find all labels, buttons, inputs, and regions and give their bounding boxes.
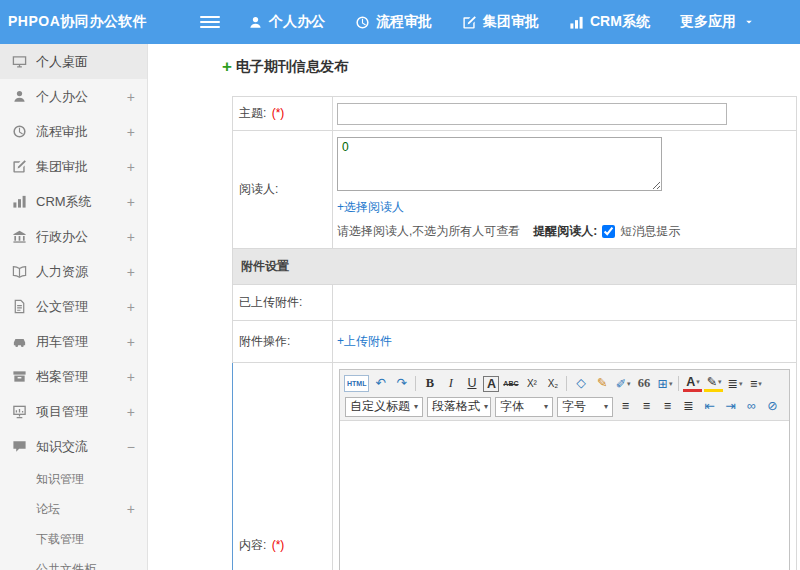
subject-label-cell: 主题: (*) [233,97,333,131]
bar-chart-icon [569,15,584,30]
align-right-button[interactable]: ≡ [658,397,677,416]
rich-text-editor: HTML↶↷BIUAABCX²X₂◇✎✐66⊞A✎≣≡ 自定义标题▾段落格式▾字… [339,369,790,570]
sidebar-item-admin-office[interactable]: 行政办公 + [0,219,147,254]
sidebar-item-personal-office[interactable]: 个人办公 + [0,79,147,114]
select-readers-link[interactable]: +选择阅读人 [337,199,404,216]
attachment-ops-label-cell: 附件操作: [233,321,333,363]
font-color-button[interactable]: A [683,375,702,392]
required-mark: (*) [272,538,285,552]
redo-button[interactable]: ↷ [392,374,411,393]
fill-color-button[interactable]: ✐ [613,374,632,393]
align-justify-button[interactable]: ≣ [679,397,698,416]
expand-icon[interactable]: + [127,299,135,315]
align-left-button[interactable]: ≡ [616,397,635,416]
app: { "topbar": { "brand": "PHPOA协同办公软件", "n… [0,0,800,570]
subscript-button[interactable]: X₂ [543,374,562,393]
sidebar-item-document-management[interactable]: 公文管理 + [0,289,147,324]
sidebar-subitem-label: 公共文件柜 [36,561,135,570]
nav-workflow-approval[interactable]: 流程审批 [355,13,432,31]
uploaded-label-cell: 已上传附件: [233,285,333,321]
sidebar-item-personal-desktop[interactable]: 个人桌面 [0,44,147,79]
sidebar-subitem-label: 下载管理 [36,531,135,548]
link-button[interactable]: ∞ [742,397,761,416]
sidebar-item-crm-system[interactable]: CRM系统 + [0,184,147,219]
font-family-select[interactable]: 字体▾ [495,397,553,417]
readers-textarea[interactable] [337,137,662,191]
sidebar-item-archive-management[interactable]: 档案管理 + [0,359,147,394]
strikethrough-button[interactable]: ABC [501,374,520,393]
expand-icon[interactable]: + [127,194,135,210]
collapse-icon[interactable]: − [127,439,135,455]
undo-button[interactable]: ↶ [371,374,390,393]
insert-table-button[interactable]: ⊞ [655,374,674,393]
sidebar-item-label: 个人桌面 [36,53,135,71]
sidebar-item-project-management[interactable]: 项目管理 + [0,394,147,429]
attachment-section-title: 附件设置 [233,249,797,285]
sidebar-item-label: 个人办公 [36,88,127,106]
expand-icon[interactable]: + [127,89,135,105]
remove-format-button[interactable]: ◇ [571,374,590,393]
sms-remind-label: 短消息提示 [620,223,680,240]
font-style-button[interactable]: A [483,376,499,392]
readers-hint-row: 请选择阅读人,不选为所有人可查看 提醒阅读人: 短消息提示 [337,223,792,240]
upload-attachment-link[interactable]: +上传附件 [337,333,392,350]
expand-icon[interactable]: + [127,159,135,175]
editor-toolbar: HTML↶↷BIUAABCX²X₂◇✎✐66⊞A✎≣≡ 自定义标题▾段落格式▾字… [340,370,789,421]
sms-remind-checkbox[interactable] [602,225,615,238]
app-brand[interactable]: PHPOA协同办公软件 [0,13,200,31]
nav-personal-office[interactable]: 个人办公 [248,13,325,31]
sidebar-item-vehicle-management[interactable]: 用车管理 + [0,324,147,359]
expand-icon[interactable]: + [127,229,135,245]
indent-decrease-button[interactable]: ⇤ [700,397,719,416]
hamburger-menu-icon[interactable] [200,16,220,28]
sidebar-subitem-public-file-cabinet[interactable]: 公共文件柜 [0,554,147,570]
italic-button[interactable]: I [441,374,460,393]
format-painter-button[interactable]: ✎ [592,374,611,393]
indent-increase-button[interactable]: ⇥ [721,397,740,416]
nav-more-apps[interactable]: 更多应用 [680,13,754,31]
caret-down-icon [744,17,754,27]
bold-button[interactable]: B [420,374,439,393]
nav-crm-system[interactable]: CRM系统 [569,13,650,31]
highlight-color-button[interactable]: ✎ [704,375,723,392]
superscript-button[interactable]: X² [522,374,541,393]
expand-icon[interactable]: + [127,264,135,280]
readers-label: 阅读人: [239,182,278,196]
sidebar-subitem-download-management[interactable]: 下载管理 [0,524,147,554]
person-icon [12,89,27,104]
unordered-list-button[interactable]: ≡ [746,374,765,393]
sidebar-subitem-knowledge-management[interactable]: 知识管理 [0,464,147,494]
sidebar-subitem-forum[interactable]: 论坛 + [0,494,147,524]
subject-label: 主题: [239,106,266,120]
blockquote-button[interactable]: 66 [634,374,653,393]
sidebar-item-group-approval[interactable]: 集团审批 + [0,149,147,184]
nav-group-approval[interactable]: 集团审批 [462,13,539,31]
toolbar-separator [415,376,416,391]
sidebar-item-human-resources[interactable]: 人力资源 + [0,254,147,289]
heading-select[interactable]: 自定义标题▾ [345,397,423,417]
subject-input[interactable] [337,103,727,125]
expand-icon[interactable]: + [127,334,135,350]
align-center-button[interactable]: ≡ [637,397,656,416]
content-label: 内容: [239,538,266,552]
expand-icon[interactable]: + [127,369,135,385]
expand-icon[interactable]: + [127,404,135,420]
sidebar-item-knowledge-exchange[interactable]: 知识交流 − [0,429,147,464]
toolbar-separator [678,376,679,391]
paragraph-format-select[interactable]: 段落格式▾ [427,397,491,417]
editor-content-area[interactable] [340,421,789,570]
image-button[interactable]: ▦ [784,397,786,416]
expand-icon[interactable]: + [127,124,135,140]
sidebar-item-label: 用车管理 [36,333,127,351]
expand-icon[interactable]: + [127,501,135,517]
sidebar-item-workflow-approval[interactable]: 流程审批 + [0,114,147,149]
unlink-button[interactable]: ⊘ [763,397,782,416]
underline-button[interactable]: U [462,374,481,393]
content-row: 内容: (*) HTML↶↷BIUAABCX²X₂◇✎✐66⊞A✎≣≡ 自定义标… [233,363,797,570]
project-board-icon [12,404,27,419]
remind-readers-label: 提醒阅读人: [533,223,597,240]
html-source-button[interactable]: HTML [344,375,369,392]
uploaded-attachments-row: 已上传附件: [233,285,797,321]
font-size-select[interactable]: 字号▾ [557,397,613,417]
ordered-list-button[interactable]: ≣ [725,374,744,393]
